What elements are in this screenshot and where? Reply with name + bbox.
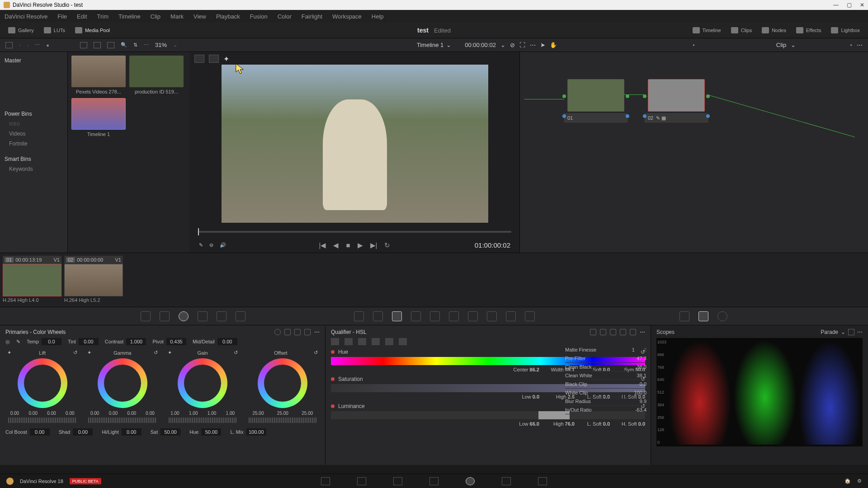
bypass-icon[interactable]: ⊘ bbox=[510, 42, 515, 48]
more-icon[interactable]: ⋯ bbox=[857, 329, 863, 335]
thumb-clip[interactable]: 0200:00:00:00V1 H.264 High L5.2 bbox=[64, 256, 123, 304]
project-settings-icon[interactable]: ⚙ bbox=[857, 478, 862, 484]
more3-icon[interactable]: ⋯ bbox=[530, 42, 536, 48]
home-icon[interactable]: 🏠 bbox=[844, 478, 851, 484]
bin-keywords[interactable]: Keywords bbox=[0, 164, 67, 174]
nav-fwd[interactable]: › bbox=[27, 42, 29, 48]
graph-output[interactable] bbox=[860, 133, 864, 138]
timeline-name[interactable]: Timeline 1 bbox=[417, 42, 443, 48]
fusion-page-icon[interactable] bbox=[429, 477, 439, 485]
hdr-icon[interactable] bbox=[198, 311, 208, 321]
view-list-icon[interactable] bbox=[107, 42, 114, 48]
sat-input[interactable] bbox=[160, 428, 180, 436]
next-frame-button[interactable]: ▶| bbox=[370, 241, 377, 249]
temp-input[interactable] bbox=[42, 338, 61, 345]
picker-icon[interactable]: ✎ bbox=[16, 339, 20, 345]
cleanblack-value[interactable]: 38.0 bbox=[637, 364, 646, 370]
reset-icon[interactable] bbox=[304, 329, 311, 335]
menu-mark[interactable]: Mark bbox=[170, 13, 184, 20]
dropdown-icon[interactable]: ⌄ bbox=[841, 329, 845, 335]
cleanwhite-value[interactable]: 38.1 bbox=[637, 373, 646, 378]
rgb-mode-icon[interactable] bbox=[600, 329, 606, 335]
smart-bins-header[interactable]: Smart Bins bbox=[0, 154, 67, 164]
picker-icon[interactable] bbox=[331, 338, 339, 345]
rgb-mixer-icon[interactable] bbox=[217, 311, 226, 321]
nodes-button[interactable]: Nodes bbox=[759, 25, 789, 35]
timecode[interactable]: 00:00:00:02 bbox=[465, 42, 496, 48]
loop-button[interactable]: ↻ bbox=[384, 241, 390, 249]
picker-icon[interactable]: ✎ bbox=[199, 242, 203, 248]
menu-trim[interactable]: Trim bbox=[97, 13, 109, 20]
layout-icon[interactable] bbox=[5, 42, 13, 48]
whiteclip-value[interactable]: 100.0 bbox=[634, 390, 646, 395]
picker-sub-icon[interactable] bbox=[358, 338, 366, 345]
highlight-icon[interactable]: ✦ bbox=[223, 55, 233, 63]
node-01[interactable]: 01 bbox=[564, 79, 627, 122]
contrast-input[interactable] bbox=[126, 338, 146, 345]
clips-button[interactable]: Clips bbox=[728, 25, 755, 35]
menu-fusion[interactable]: Fusion bbox=[250, 13, 268, 20]
color-match-icon[interactable] bbox=[160, 311, 170, 321]
minimize-button[interactable]: ― bbox=[833, 2, 839, 8]
close-button[interactable]: ✕ bbox=[860, 2, 864, 8]
playhead[interactable] bbox=[198, 228, 199, 235]
thumb-clip[interactable]: 0100:00:13:19V1 H.264 High L4.0 bbox=[3, 256, 61, 304]
scopes-icon[interactable] bbox=[698, 311, 708, 321]
colboost-input[interactable] bbox=[30, 428, 50, 436]
bin-videos[interactable]: Videos bbox=[0, 129, 67, 139]
keyframe-icon[interactable] bbox=[679, 311, 689, 321]
nav-back[interactable]: ‹ bbox=[19, 42, 21, 48]
menu-clip[interactable]: Clip bbox=[151, 13, 160, 20]
window-icon[interactable] bbox=[411, 311, 421, 321]
lum-mode-icon[interactable] bbox=[610, 329, 616, 335]
more2-icon[interactable]: ⋯ bbox=[144, 42, 149, 48]
pool-clip[interactable]: Pexels Videos 278... bbox=[71, 56, 126, 94]
auto-balance-icon[interactable]: ◎ bbox=[5, 339, 10, 345]
lift-wheel[interactable]: ✦Lift↺ 0.000.000.000.00 bbox=[5, 350, 79, 425]
search-icon[interactable]: 🔍 bbox=[121, 42, 127, 48]
reset-icon[interactable]: ↺ bbox=[73, 350, 77, 356]
3d-mode-icon[interactable] bbox=[620, 329, 626, 335]
menu-color[interactable]: Color bbox=[278, 13, 292, 20]
prefilter-value[interactable]: 47.3 bbox=[637, 356, 646, 361]
info-icon[interactable] bbox=[717, 311, 727, 321]
reset-icon[interactable]: ↺ bbox=[234, 350, 238, 356]
blackclip-value[interactable]: 0.0 bbox=[640, 381, 646, 387]
bars-mode-icon[interactable] bbox=[284, 329, 291, 335]
curves-icon[interactable] bbox=[354, 311, 364, 321]
master-bin[interactable]: Master bbox=[0, 56, 67, 66]
timeline-dropdown-icon[interactable]: ⌄ bbox=[446, 42, 451, 48]
gain-wheel[interactable]: ✦Gain↺ 1.001.001.001.00 bbox=[166, 350, 240, 425]
tc-dropdown-icon[interactable]: ⌄ bbox=[500, 42, 505, 48]
maximize-button[interactable]: ▢ bbox=[847, 2, 852, 8]
menu-edit[interactable]: Edit bbox=[77, 13, 87, 20]
bsm-icon[interactable] bbox=[468, 311, 478, 321]
viewer-image[interactable] bbox=[222, 65, 488, 223]
menu-help[interactable]: Help bbox=[372, 13, 384, 20]
stop-button[interactable]: ■ bbox=[346, 241, 350, 249]
unmix-icon[interactable]: ⊖ bbox=[209, 242, 213, 248]
master-wheel[interactable] bbox=[8, 418, 76, 423]
viewer-timecode[interactable]: 01:00:00:02 bbox=[475, 241, 510, 249]
cut-page-icon[interactable] bbox=[357, 477, 366, 485]
power-bins-header[interactable]: Power Bins bbox=[0, 109, 67, 119]
node-02[interactable]: 02 ✎ ▦ bbox=[645, 79, 708, 122]
luts-button[interactable]: LUTs bbox=[41, 25, 68, 35]
matte-tab-1[interactable]: 1 bbox=[632, 347, 635, 352]
media-page-icon[interactable] bbox=[321, 477, 330, 485]
reset-icon[interactable]: ↺ bbox=[314, 350, 318, 356]
motion-icon[interactable] bbox=[236, 311, 245, 321]
bin-intro[interactable]: Intro bbox=[0, 119, 67, 129]
node-mode[interactable]: Clip bbox=[776, 42, 786, 48]
menu-playback[interactable]: Playback bbox=[216, 13, 240, 20]
tint-input[interactable] bbox=[79, 338, 99, 345]
color-wheel[interactable] bbox=[98, 358, 147, 408]
graph-input[interactable] bbox=[524, 132, 528, 137]
key-icon[interactable] bbox=[487, 311, 497, 321]
feather-sub-icon[interactable] bbox=[385, 338, 393, 345]
viewer-scrubber[interactable] bbox=[198, 231, 511, 233]
pointer-icon[interactable]: ➤ bbox=[540, 42, 545, 48]
camera-raw-icon[interactable] bbox=[141, 311, 151, 321]
expand-icon[interactable]: ⛶ bbox=[519, 42, 525, 48]
color-wheel[interactable] bbox=[178, 358, 227, 408]
